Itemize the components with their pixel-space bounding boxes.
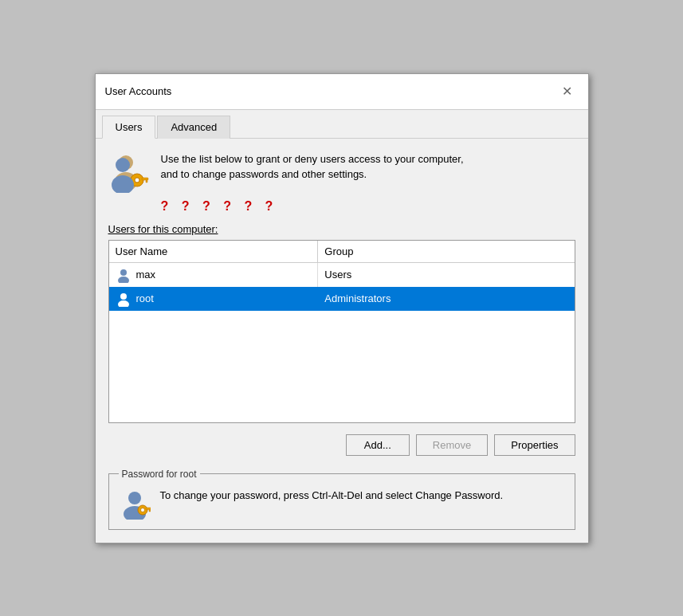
button-row: Add... Remove Properties <box>108 434 575 456</box>
svg-rect-3 <box>142 178 148 180</box>
user-icon-root <box>116 291 131 307</box>
window-title: User Accounts <box>105 85 172 97</box>
svg-point-11 <box>118 300 129 307</box>
col-header-username: User Name <box>109 241 319 262</box>
svg-rect-16 <box>149 509 151 512</box>
table-row[interactable]: root Administrators <box>109 287 575 311</box>
password-section: Password for root To change your passwor… <box>108 469 575 530</box>
svg-rect-15 <box>146 508 151 510</box>
svg-point-5 <box>135 178 139 182</box>
tab-bar: Users Advanced <box>96 110 588 139</box>
properties-button[interactable]: Properties <box>494 434 575 456</box>
user-accounts-window: User Accounts ✕ Users Advanced <box>95 73 589 543</box>
users-icon <box>108 151 150 193</box>
user-table: User Name Group max Users <box>108 240 575 423</box>
password-icon <box>119 488 151 520</box>
svg-point-12 <box>128 492 141 504</box>
svg-point-6 <box>116 158 130 172</box>
row-group-root: Administrators <box>318 288 574 308</box>
password-section-label: Password for root <box>119 469 200 480</box>
tab-advanced[interactable]: Advanced <box>157 116 230 139</box>
question-marks: ? ? ? ? ? ? <box>161 199 575 214</box>
svg-point-9 <box>118 277 129 283</box>
svg-point-17 <box>140 508 144 512</box>
close-button[interactable]: ✕ <box>556 80 579 103</box>
svg-rect-4 <box>146 180 147 182</box>
password-info: To change your password, press Ctrl-Alt-… <box>119 488 565 520</box>
user-icon-max <box>116 267 131 283</box>
svg-point-10 <box>120 293 127 300</box>
title-bar: User Accounts ✕ <box>96 74 588 110</box>
tab-users[interactable]: Users <box>102 116 156 139</box>
row-username-root: root <box>109 287 319 311</box>
main-content: Use the list below to grant or deny user… <box>96 139 588 543</box>
table-row[interactable]: max Users <box>109 263 575 287</box>
password-text: To change your password, press Ctrl-Alt-… <box>160 488 504 504</box>
info-section: Use the list below to grant or deny user… <box>108 151 575 193</box>
row-group-max: Users <box>318 265 574 284</box>
add-button[interactable]: Add... <box>346 434 410 456</box>
remove-button[interactable]: Remove <box>416 434 488 456</box>
table-header: User Name Group <box>109 241 575 263</box>
table-body: max Users root Administrators <box>109 263 575 422</box>
info-text: Use the list below to grant or deny user… <box>161 151 464 182</box>
col-header-group: Group <box>318 241 574 262</box>
users-section-label: Users for this computer: <box>108 223 575 235</box>
svg-point-8 <box>120 269 127 276</box>
row-username-max: max <box>109 263 319 287</box>
